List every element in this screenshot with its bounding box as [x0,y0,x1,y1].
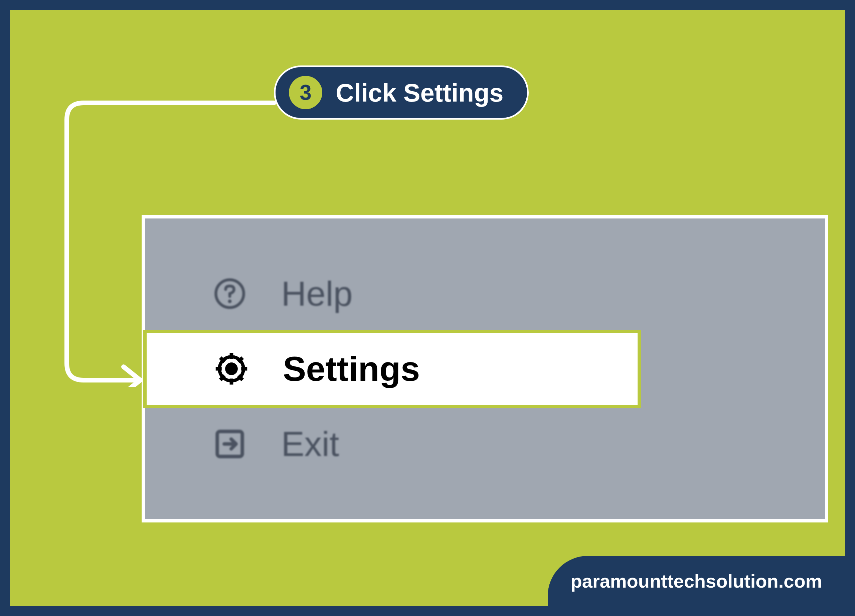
svg-rect-6 [216,367,222,371]
step-number: 3 [300,80,312,105]
menu-item-exit[interactable]: Exit [145,408,825,480]
menu-item-label: Settings [283,349,420,389]
dropdown-menu: Help [142,215,828,523]
svg-point-1 [228,300,232,303]
watermark-text: paramounttechsolution.com [571,570,822,592]
menu-item-label: Exit [281,424,339,464]
svg-point-2 [225,362,238,375]
exit-icon [212,426,248,462]
menu-item-settings[interactable]: Settings [143,330,641,408]
question-circle-icon [212,276,248,312]
gear-icon [213,351,250,387]
instruction-frame: 3 Click Settings Help [8,8,847,608]
svg-rect-4 [230,353,233,359]
step-instruction: Click Settings [336,78,504,107]
svg-rect-5 [230,378,233,385]
step-callout: 3 Click Settings [274,66,529,120]
svg-rect-7 [241,367,247,371]
step-number-badge: 3 [289,76,322,109]
menu-item-help[interactable]: Help [145,258,825,330]
watermark-tab: paramounttechsolution.com [548,556,845,606]
menu-item-label: Help [281,274,353,314]
